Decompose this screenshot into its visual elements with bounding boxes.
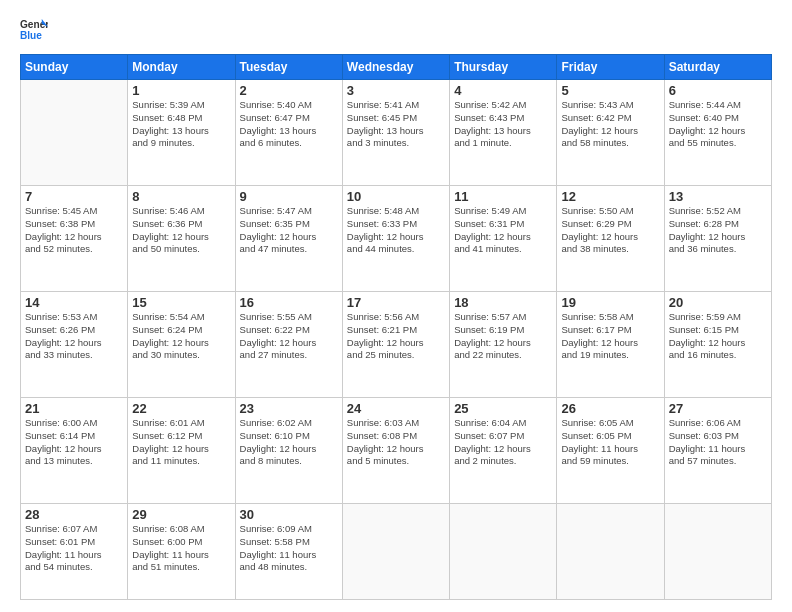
calendar-cell: 19Sunrise: 5:58 AMSunset: 6:17 PMDayligh… [557, 292, 664, 398]
day-number: 28 [25, 507, 123, 522]
day-info: Sunrise: 5:43 AMSunset: 6:42 PMDaylight:… [561, 99, 659, 150]
week-row-5: 28Sunrise: 6:07 AMSunset: 6:01 PMDayligh… [21, 504, 772, 600]
day-number: 1 [132, 83, 230, 98]
calendar-cell [342, 504, 449, 600]
day-info: Sunrise: 5:55 AMSunset: 6:22 PMDaylight:… [240, 311, 338, 362]
calendar-cell: 23Sunrise: 6:02 AMSunset: 6:10 PMDayligh… [235, 398, 342, 504]
day-number: 18 [454, 295, 552, 310]
day-info: Sunrise: 5:54 AMSunset: 6:24 PMDaylight:… [132, 311, 230, 362]
day-info: Sunrise: 6:02 AMSunset: 6:10 PMDaylight:… [240, 417, 338, 468]
day-info: Sunrise: 5:49 AMSunset: 6:31 PMDaylight:… [454, 205, 552, 256]
calendar-cell [664, 504, 771, 600]
day-number: 17 [347, 295, 445, 310]
day-info: Sunrise: 5:58 AMSunset: 6:17 PMDaylight:… [561, 311, 659, 362]
day-info: Sunrise: 5:50 AMSunset: 6:29 PMDaylight:… [561, 205, 659, 256]
day-number: 8 [132, 189, 230, 204]
day-number: 19 [561, 295, 659, 310]
day-info: Sunrise: 6:04 AMSunset: 6:07 PMDaylight:… [454, 417, 552, 468]
day-number: 12 [561, 189, 659, 204]
day-number: 27 [669, 401, 767, 416]
day-number: 9 [240, 189, 338, 204]
day-info: Sunrise: 6:05 AMSunset: 6:05 PMDaylight:… [561, 417, 659, 468]
day-info: Sunrise: 5:40 AMSunset: 6:47 PMDaylight:… [240, 99, 338, 150]
calendar-cell: 10Sunrise: 5:48 AMSunset: 6:33 PMDayligh… [342, 186, 449, 292]
week-row-1: 1Sunrise: 5:39 AMSunset: 6:48 PMDaylight… [21, 80, 772, 186]
calendar-cell: 6Sunrise: 5:44 AMSunset: 6:40 PMDaylight… [664, 80, 771, 186]
calendar-cell: 20Sunrise: 5:59 AMSunset: 6:15 PMDayligh… [664, 292, 771, 398]
svg-text:Blue: Blue [20, 30, 42, 41]
calendar-cell: 1Sunrise: 5:39 AMSunset: 6:48 PMDaylight… [128, 80, 235, 186]
calendar-cell [557, 504, 664, 600]
day-info: Sunrise: 5:56 AMSunset: 6:21 PMDaylight:… [347, 311, 445, 362]
weekday-monday: Monday [128, 55, 235, 80]
weekday-saturday: Saturday [664, 55, 771, 80]
calendar-cell: 15Sunrise: 5:54 AMSunset: 6:24 PMDayligh… [128, 292, 235, 398]
day-info: Sunrise: 6:06 AMSunset: 6:03 PMDaylight:… [669, 417, 767, 468]
day-number: 6 [669, 83, 767, 98]
day-number: 26 [561, 401, 659, 416]
calendar: SundayMondayTuesdayWednesdayThursdayFrid… [20, 54, 772, 600]
day-number: 7 [25, 189, 123, 204]
logo-icon: General Blue [20, 16, 48, 44]
calendar-cell: 5Sunrise: 5:43 AMSunset: 6:42 PMDaylight… [557, 80, 664, 186]
day-info: Sunrise: 6:01 AMSunset: 6:12 PMDaylight:… [132, 417, 230, 468]
day-number: 30 [240, 507, 338, 522]
calendar-cell: 29Sunrise: 6:08 AMSunset: 6:00 PMDayligh… [128, 504, 235, 600]
day-number: 5 [561, 83, 659, 98]
calendar-cell: 13Sunrise: 5:52 AMSunset: 6:28 PMDayligh… [664, 186, 771, 292]
calendar-cell: 26Sunrise: 6:05 AMSunset: 6:05 PMDayligh… [557, 398, 664, 504]
calendar-cell: 18Sunrise: 5:57 AMSunset: 6:19 PMDayligh… [450, 292, 557, 398]
day-info: Sunrise: 6:08 AMSunset: 6:00 PMDaylight:… [132, 523, 230, 574]
weekday-sunday: Sunday [21, 55, 128, 80]
day-info: Sunrise: 5:46 AMSunset: 6:36 PMDaylight:… [132, 205, 230, 256]
day-number: 4 [454, 83, 552, 98]
calendar-cell: 12Sunrise: 5:50 AMSunset: 6:29 PMDayligh… [557, 186, 664, 292]
day-number: 22 [132, 401, 230, 416]
calendar-cell: 25Sunrise: 6:04 AMSunset: 6:07 PMDayligh… [450, 398, 557, 504]
day-number: 25 [454, 401, 552, 416]
day-number: 13 [669, 189, 767, 204]
day-number: 16 [240, 295, 338, 310]
day-number: 20 [669, 295, 767, 310]
weekday-wednesday: Wednesday [342, 55, 449, 80]
day-info: Sunrise: 6:09 AMSunset: 5:58 PMDaylight:… [240, 523, 338, 574]
day-info: Sunrise: 5:48 AMSunset: 6:33 PMDaylight:… [347, 205, 445, 256]
day-number: 24 [347, 401, 445, 416]
day-info: Sunrise: 5:41 AMSunset: 6:45 PMDaylight:… [347, 99, 445, 150]
weekday-thursday: Thursday [450, 55, 557, 80]
calendar-cell: 8Sunrise: 5:46 AMSunset: 6:36 PMDaylight… [128, 186, 235, 292]
day-info: Sunrise: 5:42 AMSunset: 6:43 PMDaylight:… [454, 99, 552, 150]
calendar-cell: 3Sunrise: 5:41 AMSunset: 6:45 PMDaylight… [342, 80, 449, 186]
day-info: Sunrise: 5:53 AMSunset: 6:26 PMDaylight:… [25, 311, 123, 362]
day-number: 3 [347, 83, 445, 98]
day-number: 29 [132, 507, 230, 522]
header: General Blue [20, 16, 772, 44]
day-info: Sunrise: 5:59 AMSunset: 6:15 PMDaylight:… [669, 311, 767, 362]
calendar-cell: 4Sunrise: 5:42 AMSunset: 6:43 PMDaylight… [450, 80, 557, 186]
day-number: 21 [25, 401, 123, 416]
day-info: Sunrise: 5:57 AMSunset: 6:19 PMDaylight:… [454, 311, 552, 362]
calendar-cell: 27Sunrise: 6:06 AMSunset: 6:03 PMDayligh… [664, 398, 771, 504]
day-info: Sunrise: 5:52 AMSunset: 6:28 PMDaylight:… [669, 205, 767, 256]
calendar-cell [21, 80, 128, 186]
day-number: 23 [240, 401, 338, 416]
day-number: 10 [347, 189, 445, 204]
day-number: 14 [25, 295, 123, 310]
calendar-cell: 22Sunrise: 6:01 AMSunset: 6:12 PMDayligh… [128, 398, 235, 504]
day-info: Sunrise: 5:39 AMSunset: 6:48 PMDaylight:… [132, 99, 230, 150]
weekday-tuesday: Tuesday [235, 55, 342, 80]
weekday-header-row: SundayMondayTuesdayWednesdayThursdayFrid… [21, 55, 772, 80]
day-info: Sunrise: 5:44 AMSunset: 6:40 PMDaylight:… [669, 99, 767, 150]
calendar-cell: 28Sunrise: 6:07 AMSunset: 6:01 PMDayligh… [21, 504, 128, 600]
logo: General Blue [20, 16, 48, 44]
day-info: Sunrise: 6:00 AMSunset: 6:14 PMDaylight:… [25, 417, 123, 468]
calendar-cell: 2Sunrise: 5:40 AMSunset: 6:47 PMDaylight… [235, 80, 342, 186]
day-info: Sunrise: 6:03 AMSunset: 6:08 PMDaylight:… [347, 417, 445, 468]
week-row-4: 21Sunrise: 6:00 AMSunset: 6:14 PMDayligh… [21, 398, 772, 504]
calendar-cell: 14Sunrise: 5:53 AMSunset: 6:26 PMDayligh… [21, 292, 128, 398]
calendar-cell: 24Sunrise: 6:03 AMSunset: 6:08 PMDayligh… [342, 398, 449, 504]
day-number: 2 [240, 83, 338, 98]
calendar-cell: 11Sunrise: 5:49 AMSunset: 6:31 PMDayligh… [450, 186, 557, 292]
day-info: Sunrise: 5:45 AMSunset: 6:38 PMDaylight:… [25, 205, 123, 256]
calendar-cell: 9Sunrise: 5:47 AMSunset: 6:35 PMDaylight… [235, 186, 342, 292]
